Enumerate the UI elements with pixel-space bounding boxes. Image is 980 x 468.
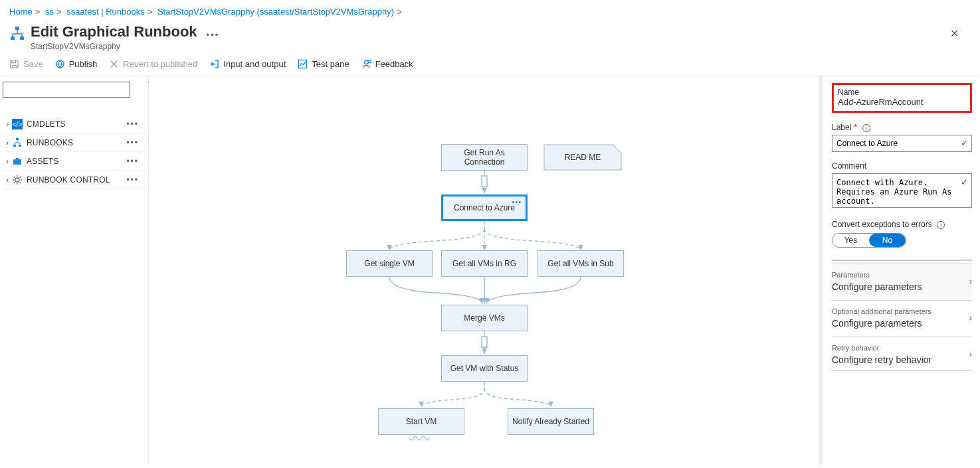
page-subtitle: StartStopV2VMsGrapphy: [31, 42, 197, 51]
label-label: Label: [832, 123, 851, 132]
node-vms-in-rg[interactable]: Get all VMs in RG: [441, 250, 528, 277]
svg-point-5: [364, 60, 368, 64]
library-tree: › </> CMDLETS ••• › RUNBOOKS ••• › ASSET…: [1, 115, 144, 189]
search-input[interactable]: [3, 82, 130, 98]
svg-text:</>: </>: [13, 121, 23, 128]
runbook-canvas[interactable]: Get Run As Connection READ ME Connect to…: [149, 76, 822, 465]
x-icon: [109, 59, 119, 69]
chevron-right-icon: ›: [969, 276, 972, 286]
title-more-button[interactable]: •••: [207, 30, 220, 40]
revert-button: Revert to published: [109, 59, 197, 69]
more-icon[interactable]: •••: [126, 119, 142, 129]
toggle-no[interactable]: No: [869, 234, 906, 247]
svg-rect-13: [16, 158, 19, 159]
io-icon: [209, 59, 219, 69]
more-icon[interactable]: •••: [126, 157, 142, 166]
right-resize-handle[interactable]: [819, 76, 823, 465]
tree-assets[interactable]: › ASSETS •••: [1, 152, 144, 171]
convert-label: Convert exceptions to errors: [832, 220, 932, 229]
crumb-ss[interactable]: ss: [45, 7, 54, 17]
save-icon: [9, 59, 19, 69]
breadcrumb: Home> ss> ssaatest | Runbooks> StartStop…: [0, 0, 980, 21]
person-icon: [361, 59, 371, 69]
globe-icon: [55, 59, 65, 69]
row-optional-params[interactable]: Optional additional parameters Configure…: [832, 300, 972, 334]
flow-icon: [12, 137, 23, 148]
more-icon[interactable]: •••: [126, 138, 142, 147]
toggle-yes[interactable]: Yes: [833, 234, 869, 247]
chevron-right-icon: ›: [4, 175, 11, 185]
close-button[interactable]: ✕: [938, 23, 971, 44]
label-input[interactable]: [832, 135, 972, 152]
name-label: Name: [838, 88, 966, 97]
publish-button[interactable]: Publish: [55, 59, 98, 69]
node-vms-in-sub[interactable]: Get all VMs in Sub: [538, 250, 624, 277]
chevron-right-icon: ›: [4, 157, 11, 166]
properties-panel: Name Add-AzureRmAccount Label * i ✓ Comm…: [822, 76, 980, 465]
required-icon: *: [854, 122, 857, 132]
chevron-right-icon: ›: [969, 349, 972, 359]
node-vm-status[interactable]: Get VM with Status: [441, 355, 528, 382]
node-readme[interactable]: READ ME: [543, 144, 622, 171]
convert-toggle[interactable]: Yes No: [832, 233, 906, 248]
toolbar: Save Publish Revert to published Input a…: [0, 55, 980, 76]
name-highlight-box: Name Add-AzureRmAccount: [832, 83, 972, 113]
tree-control[interactable]: › RUNBOOK CONTROL •••: [1, 171, 144, 189]
info-icon[interactable]: i: [862, 124, 870, 132]
briefcase-icon: [12, 156, 23, 167]
info-icon[interactable]: i: [937, 221, 945, 229]
svg-rect-12: [13, 159, 21, 165]
chevron-right-icon: ›: [4, 119, 11, 129]
node-menu-icon[interactable]: •••: [512, 198, 522, 206]
node-notify[interactable]: Notify Already Started: [508, 408, 594, 435]
comment-input[interactable]: [832, 173, 972, 208]
svg-rect-11: [19, 145, 21, 147]
svg-rect-0: [15, 27, 19, 30]
node-start-vm[interactable]: Start VM: [378, 408, 464, 435]
chart-icon: [298, 59, 308, 69]
svg-rect-2: [20, 37, 24, 40]
page-title: Edit Graphical Runbook: [31, 23, 197, 40]
check-icon: ✓: [961, 177, 968, 187]
name-value: Add-AzureRmAccount: [838, 97, 966, 107]
node-merge-vms[interactable]: Merge VMs: [441, 305, 528, 331]
flow-icon: [9, 26, 25, 42]
left-panel: › </> CMDLETS ••• › RUNBOOKS ••• › ASSET…: [0, 76, 149, 465]
svg-rect-10: [13, 145, 16, 147]
more-icon[interactable]: •••: [126, 175, 142, 185]
svg-point-14: [15, 178, 19, 182]
chevron-right-icon: ›: [969, 313, 972, 323]
row-retry[interactable]: Retry behavior Configure retry behavior …: [832, 337, 972, 371]
comment-label: Comment: [832, 161, 972, 171]
crumb-item[interactable]: StartStopV2VMsGrapphy (ssaatest/StartSto…: [157, 7, 394, 17]
check-icon: ✓: [961, 138, 968, 148]
node-connect-azure[interactable]: Connect to Azure•••: [441, 195, 528, 221]
test-button[interactable]: Test pane: [298, 59, 349, 69]
svg-rect-1: [11, 37, 15, 40]
svg-rect-9: [16, 138, 19, 140]
tree-cmdlets[interactable]: › </> CMDLETS •••: [1, 115, 144, 133]
row-parameters[interactable]: Parameters Configure parameters ›: [832, 264, 972, 297]
node-get-connection[interactable]: Get Run As Connection: [441, 144, 528, 171]
crumb-runbks[interactable]: ssaatest | Runbooks: [66, 7, 145, 17]
crumb-home[interactable]: Home: [9, 7, 33, 17]
gear-icon: [12, 175, 23, 185]
tree-runbooks[interactable]: › RUNBOOKS •••: [1, 133, 144, 152]
node-single-vm[interactable]: Get single VM: [346, 250, 433, 277]
save-button: Save: [9, 59, 43, 69]
code-icon: </>: [12, 119, 23, 129]
chevron-right-icon: ›: [4, 138, 11, 147]
feedback-button[interactable]: Feedback: [361, 59, 413, 69]
io-button[interactable]: Input and output: [209, 59, 286, 69]
